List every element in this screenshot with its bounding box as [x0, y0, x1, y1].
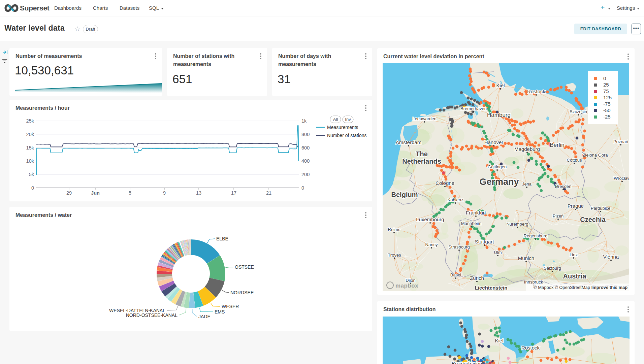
svg-text:Luxembourg: Luxembourg — [416, 217, 444, 222]
svg-text:400: 400 — [301, 158, 310, 164]
svg-text:Linz: Linz — [570, 252, 578, 257]
svg-text:NORDSEE: NORDSEE — [230, 290, 254, 295]
svg-text:10k: 10k — [26, 158, 34, 164]
svg-text:WESER: WESER — [222, 304, 239, 309]
svg-text:Netherlands: Netherlands — [402, 158, 441, 165]
svg-text:0: 0 — [603, 75, 606, 81]
svg-text:Plzeň: Plzeň — [553, 213, 564, 219]
svg-text:800: 800 — [301, 132, 310, 137]
svg-text:-25: -25 — [603, 114, 611, 120]
svg-text:The: The — [416, 150, 428, 158]
svg-text:Basel: Basel — [450, 272, 461, 277]
svg-text:Germany: Germany — [479, 177, 519, 187]
svg-text:© Mapbox © OpenStreetMap Impro: © Mapbox © OpenStreetMap Improve this ma… — [534, 285, 627, 290]
svg-text:13: 13 — [196, 190, 201, 196]
svg-text:5k: 5k — [29, 172, 34, 177]
svg-text:Bremerhaven: Bremerhaven — [452, 361, 482, 364]
svg-text:Cottbus: Cottbus — [567, 158, 582, 163]
svg-text:Reims: Reims — [388, 227, 400, 232]
svg-text:Rostock: Rostock — [527, 89, 546, 94]
svg-text:All: All — [333, 117, 338, 122]
svg-text:Nancy: Nancy — [425, 242, 438, 247]
svg-text:Regensburg: Regensburg — [524, 233, 548, 238]
svg-text:1k: 1k — [301, 118, 307, 124]
svg-text:125: 125 — [603, 95, 612, 100]
svg-text:mapbox: mapbox — [395, 283, 418, 289]
svg-text:0: 0 — [31, 185, 34, 191]
svg-text:Czechia: Czechia — [580, 216, 606, 223]
svg-text:Munich: Munich — [518, 255, 534, 261]
svg-text:5: 5 — [129, 190, 131, 196]
svg-text:Austria: Austria — [563, 272, 587, 280]
svg-text:Stuttgart: Stuttgart — [475, 239, 494, 244]
svg-text:Vienna: Vienna — [603, 254, 619, 260]
svg-text:17: 17 — [231, 190, 236, 196]
svg-text:Zurich: Zurich — [470, 275, 484, 281]
svg-text:ELBE: ELBE — [216, 236, 228, 241]
svg-text:Cologne: Cologne — [436, 180, 454, 186]
svg-text:Hanover: Hanover — [484, 139, 504, 145]
svg-text:0: 0 — [301, 185, 304, 191]
svg-text:Strasbourg: Strasbourg — [448, 244, 470, 250]
svg-text:Leeuwarden: Leeuwarden — [412, 116, 437, 121]
svg-text:Mannheim: Mannheim — [461, 221, 482, 226]
svg-text:WESEL-DATTELN-KANAL: WESEL-DATTELN-KANAL — [109, 308, 165, 313]
svg-text:29: 29 — [66, 190, 72, 196]
svg-text:Hamburg: Hamburg — [487, 112, 511, 118]
svg-text:Wrocław: Wrocław — [614, 176, 629, 181]
svg-text:600: 600 — [301, 145, 310, 151]
svg-text:-75: -75 — [603, 101, 611, 107]
svg-text:EMS: EMS — [215, 309, 225, 315]
svg-text:25k: 25k — [26, 118, 34, 124]
svg-text:Bremerhaven: Bremerhaven — [460, 106, 487, 111]
svg-text:20k: 20k — [26, 132, 34, 137]
svg-text:Szczecin: Szczecin — [570, 109, 587, 114]
svg-text:Jun: Jun — [91, 190, 100, 196]
svg-text:Inv: Inv — [345, 117, 351, 122]
svg-text:Nuremberg: Nuremberg — [506, 222, 528, 227]
svg-text:Frankfurt: Frankfurt — [466, 210, 486, 216]
svg-text:21: 21 — [266, 190, 271, 196]
svg-text:OSTSEE: OSTSEE — [235, 264, 254, 270]
svg-text:Troyes: Troyes — [388, 253, 401, 258]
svg-text:Poznań: Poznań — [613, 139, 628, 144]
svg-text:Belgium: Belgium — [391, 191, 418, 198]
svg-text:JADE: JADE — [198, 314, 211, 319]
svg-text:Amsterdam: Amsterdam — [396, 139, 422, 145]
svg-text:Magdeburg: Magdeburg — [514, 146, 540, 152]
svg-text:Number of stations: Number of stations — [327, 133, 367, 138]
svg-text:15k: 15k — [26, 145, 34, 151]
svg-text:Dijon: Dijon — [406, 278, 416, 283]
svg-text:Kiel: Kiel — [495, 338, 503, 343]
svg-text:Rostock: Rostock — [521, 345, 540, 351]
svg-text:25: 25 — [603, 82, 609, 88]
svg-text:NORD-OSTSEE-KANAL: NORD-OSTSEE-KANAL — [126, 312, 178, 318]
svg-text:75: 75 — [603, 88, 609, 94]
svg-text:Measurements: Measurements — [327, 125, 358, 130]
svg-text:Zielona Góra: Zielona Góra — [582, 153, 608, 158]
svg-text:9: 9 — [163, 190, 166, 196]
svg-text:Dresden: Dresden — [555, 184, 571, 189]
svg-text:Koblenz: Koblenz — [448, 197, 463, 202]
svg-text:Kiel: Kiel — [496, 82, 505, 88]
svg-text:Liechtenstein: Liechtenstein — [475, 285, 508, 291]
svg-text:Berlin: Berlin — [550, 142, 564, 148]
svg-text:-50: -50 — [603, 107, 611, 113]
svg-text:Jena: Jena — [522, 181, 532, 187]
svg-text:Göttingen: Göttingen — [488, 164, 507, 169]
svg-text:Ulm: Ulm — [494, 250, 502, 255]
svg-text:Salzburg: Salzburg — [544, 266, 561, 271]
svg-text:Prague: Prague — [568, 203, 584, 209]
svg-text:Pardubice: Pardubice — [591, 206, 611, 211]
svg-text:200: 200 — [301, 172, 310, 177]
